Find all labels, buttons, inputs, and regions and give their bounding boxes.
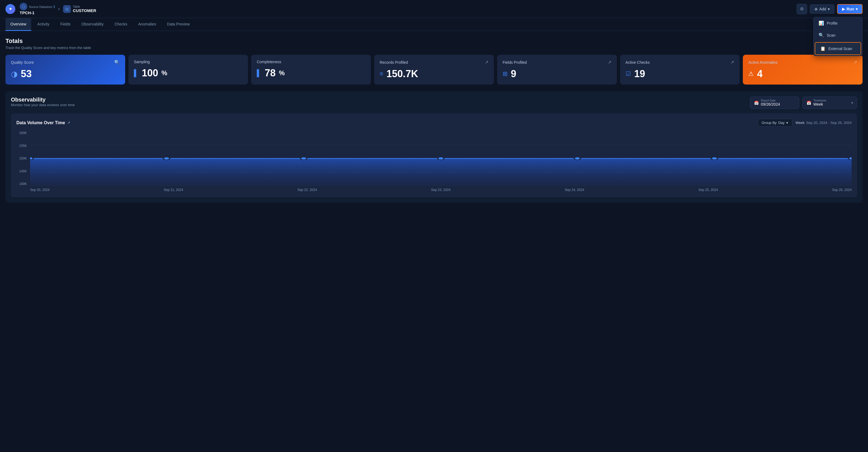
y-label-140k: 140K bbox=[17, 182, 27, 186]
checks-value: 19 bbox=[634, 68, 645, 80]
datasource-breadcrumb: ⬡ Source Datastore ℹ TPCH-1 bbox=[20, 3, 55, 15]
table-breadcrumb: ⊟ Table CUSTOMER bbox=[63, 5, 96, 13]
external-scan-label: External Scan bbox=[828, 47, 852, 51]
report-date-value: 09/26/2024 bbox=[761, 102, 780, 107]
info-icon[interactable]: ℹ bbox=[54, 5, 55, 9]
calendar-icon: 📅 bbox=[754, 101, 759, 105]
checks-name: Active Checks bbox=[626, 60, 650, 64]
timeframe-value: Week bbox=[813, 102, 849, 107]
fields-symbol: ⊞ bbox=[503, 70, 507, 78]
breadcrumb-arrow: › bbox=[58, 6, 60, 12]
chart-point-6 bbox=[848, 157, 851, 160]
group-by-button[interactable]: Group By Day ▾ bbox=[757, 119, 792, 127]
add-chevron-icon: ▾ bbox=[828, 7, 830, 11]
sampling-value: 100 bbox=[142, 67, 158, 79]
records-symbol: ≡ bbox=[380, 70, 383, 78]
profile-label: Profile bbox=[827, 21, 838, 25]
tab-overview[interactable]: Overview bbox=[5, 18, 31, 31]
metric-quality-score: Quality Score 🔍 ◑ 53 bbox=[5, 55, 125, 85]
quality-score-icon[interactable]: 🔍 bbox=[114, 60, 120, 65]
x-label-2: Sep 22, 2024 bbox=[297, 188, 317, 192]
breadcrumb: ⬡ Source Datastore ℹ TPCH-1 › ⊟ Table CU… bbox=[20, 3, 96, 15]
tab-anomalies[interactable]: Anomalies bbox=[133, 18, 161, 31]
sampling-name: Sampling bbox=[134, 60, 150, 64]
gear-button[interactable]: ⚙ bbox=[797, 4, 807, 14]
anomalies-value: 4 bbox=[757, 68, 763, 80]
run-icon: ▶ bbox=[842, 7, 845, 11]
table-icon: ⊟ bbox=[63, 5, 71, 13]
run-dropdown-menu: 📊 Profile 🔍 Scan 📋 External Scan bbox=[813, 17, 863, 56]
dropdown-external-scan[interactable]: 📋 External Scan bbox=[815, 42, 861, 55]
checks-symbol: ☑ bbox=[626, 70, 631, 78]
week-range: Week Sep 20, 2024 - Sep 26, 2024 bbox=[796, 121, 851, 125]
y-label-160k: 160K bbox=[17, 131, 27, 135]
totals-subtitle: Track the Quality Score and key metrics … bbox=[5, 46, 863, 50]
observability-section: Observability Monitor how your data evol… bbox=[5, 91, 863, 203]
completeness-unit: % bbox=[279, 69, 285, 77]
y-label-145k: 145K bbox=[17, 169, 27, 173]
group-by-value: Day bbox=[778, 121, 785, 125]
nav-tabs: Overview Activity Fields Observability C… bbox=[0, 18, 868, 31]
timeframe-field[interactable]: 📅 Timeframe Week ▾ bbox=[802, 96, 857, 109]
profile-icon: 📊 bbox=[818, 21, 824, 26]
x-axis: Sep 20, 2024 Sep 21, 2024 Sep 22, 2024 S… bbox=[17, 186, 851, 192]
anomalies-expand-icon[interactable]: ↗ bbox=[854, 60, 857, 65]
completeness-name: Completeness bbox=[257, 60, 281, 64]
group-by-chevron-icon: ▾ bbox=[786, 121, 788, 125]
dropdown-profile[interactable]: 📊 Profile bbox=[814, 17, 862, 29]
chart-svg bbox=[30, 131, 851, 186]
tab-checks[interactable]: Checks bbox=[110, 18, 132, 31]
week-range-value: Sep 20, 2024 - Sep 26, 2024 bbox=[806, 121, 851, 125]
app-logo: ✦ bbox=[5, 4, 15, 14]
y-axis: 160K 155K 150K 145K 140K bbox=[17, 131, 30, 186]
add-button[interactable]: ⊕ Add ▾ bbox=[810, 4, 834, 14]
x-label-6: Sep 26, 2024 bbox=[832, 188, 851, 192]
report-date-label: Report Date bbox=[761, 99, 780, 102]
quality-score-name: Quality Score bbox=[11, 60, 34, 64]
tab-activity[interactable]: Activity bbox=[32, 18, 54, 31]
quality-score-value: 53 bbox=[21, 68, 32, 80]
chart-title-text: Data Volume Over Time bbox=[17, 120, 65, 125]
x-label-3: Sep 23, 2024 bbox=[431, 188, 451, 192]
checks-expand-icon[interactable]: ↗ bbox=[731, 60, 734, 65]
x-label-4: Sep 24, 2024 bbox=[565, 188, 584, 192]
chart-card: Data Volume Over Time ↗ Group By Day ▾ W… bbox=[11, 113, 857, 197]
sampling-symbol: ▌ bbox=[134, 69, 138, 77]
topbar-actions: ⚙ ⊕ Add ▾ ▶ Run ▾ bbox=[797, 4, 863, 14]
run-label: Run bbox=[847, 7, 854, 11]
tab-data-preview[interactable]: Data Preview bbox=[162, 18, 194, 31]
chart-area-fill bbox=[30, 159, 851, 186]
external-scan-icon: 📋 bbox=[820, 46, 826, 51]
main-content: Totals Track the Quality Score and key m… bbox=[0, 31, 868, 209]
tab-fields[interactable]: Fields bbox=[56, 18, 75, 31]
chart-point-5 bbox=[711, 157, 718, 160]
metric-sampling: Sampling ▌ 100 % bbox=[128, 55, 248, 85]
timeframe-calendar-icon: 📅 bbox=[807, 101, 811, 105]
chart-title: Data Volume Over Time ↗ bbox=[17, 120, 70, 125]
chart-expand-icon[interactable]: ↗ bbox=[67, 121, 70, 125]
chart-point-0 bbox=[30, 157, 33, 160]
add-icon: ⊕ bbox=[814, 7, 818, 11]
x-label-5: Sep 25, 2024 bbox=[698, 188, 718, 192]
tab-observability[interactable]: Observability bbox=[76, 18, 108, 31]
totals-title: Totals bbox=[5, 37, 863, 45]
table-label: Table bbox=[73, 5, 96, 8]
chart-container: 160K 155K 150K 145K 140K bbox=[17, 131, 851, 186]
datasource-icon: ⬡ bbox=[20, 3, 27, 10]
timeframe-label: Timeframe bbox=[813, 99, 849, 102]
fields-expand-icon[interactable]: ↗ bbox=[608, 60, 611, 65]
scan-label: Scan bbox=[827, 33, 835, 37]
run-button[interactable]: ▶ Run ▾ bbox=[837, 4, 863, 14]
completeness-value: 78 bbox=[265, 67, 276, 79]
records-value: 150.7K bbox=[386, 68, 418, 80]
metric-active-anomalies: Active Anomalies ↗ ⚠ 4 bbox=[743, 55, 863, 85]
chart-controls: Group By Day ▾ Week Sep 20, 2024 - Sep 2… bbox=[757, 119, 851, 127]
anomalies-symbol: ⚠ bbox=[748, 70, 754, 78]
scan-icon: 🔍 bbox=[818, 33, 824, 38]
observability-controls: 📅 Report Date 09/26/2024 📅 Timeframe Wee… bbox=[750, 96, 857, 109]
x-label-0: Sep 20, 2024 bbox=[30, 188, 50, 192]
records-expand-icon[interactable]: ↗ bbox=[485, 60, 488, 65]
gear-icon: ⚙ bbox=[800, 6, 804, 11]
report-date-field[interactable]: 📅 Report Date 09/26/2024 bbox=[750, 96, 799, 109]
dropdown-scan[interactable]: 🔍 Scan bbox=[814, 29, 862, 41]
